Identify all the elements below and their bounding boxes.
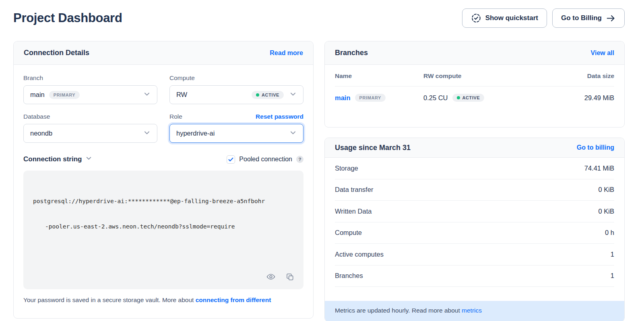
connection-details-body: Branch main PRIMARY bbox=[14, 65, 313, 305]
primary-badge: PRIMARY bbox=[355, 94, 386, 102]
connection-string-label: Connection string bbox=[23, 155, 82, 163]
compute-label: Compute bbox=[169, 74, 195, 82]
role-select-value: hyperdrive-ai bbox=[176, 130, 215, 137]
usage-row-branches: Branches 1 bbox=[335, 265, 614, 287]
active-status-dot bbox=[457, 96, 460, 99]
show-quickstart-label: Show quickstart bbox=[485, 14, 538, 22]
project-dashboard-page: Project Dashboard Show quickstart Go to … bbox=[0, 0, 644, 321]
usage-row-data-transfer: Data transfer 0 KiB bbox=[335, 179, 614, 201]
branches-title: Branches bbox=[335, 49, 368, 57]
right-column: Branches View all Name RW compute Data s… bbox=[324, 41, 625, 321]
branch-compute-cell: 0.25 CU ACTIVE bbox=[423, 94, 584, 102]
database-role-row: Database neondb Role bbox=[23, 113, 303, 143]
metrics-link[interactable]: metrics bbox=[462, 307, 482, 314]
active-badge: ACTIVE bbox=[252, 91, 284, 99]
branches-card: Branches View all Name RW compute Data s… bbox=[324, 41, 625, 128]
page-title: Project Dashboard bbox=[13, 11, 122, 25]
topbar-buttons: Show quickstart Go to Billing bbox=[462, 8, 625, 28]
copy-icon bbox=[285, 272, 295, 283]
password-vault-note: Your password is saved in a secure stora… bbox=[23, 295, 303, 305]
usage-metrics-banner: Metrics are updated hourly. Read more ab… bbox=[325, 301, 624, 321]
left-column: Connection Details Read more Branch main… bbox=[13, 41, 314, 319]
view-all-link[interactable]: View all bbox=[591, 49, 614, 57]
role-field: Role Reset password hyperdrive-ai bbox=[169, 113, 303, 143]
branch-main-link[interactable]: main bbox=[335, 94, 351, 102]
usage-header: Usage since March 31 Go to billing bbox=[325, 138, 624, 158]
pooled-connection-control: Pooled connection ? bbox=[227, 155, 303, 164]
usage-title: Usage since March 31 bbox=[335, 144, 411, 152]
connection-string-value: postgresql://hyperdrive-ai:************@… bbox=[33, 180, 294, 248]
chevron-down-icon bbox=[289, 129, 297, 138]
usage-row-storage: Storage 74.41 MiB bbox=[335, 158, 614, 179]
primary-badge: PRIMARY bbox=[49, 91, 80, 99]
connection-string-row: Connection string Pooled connection ? bbox=[23, 155, 303, 164]
branch-size-cell: 29.49 MiB bbox=[584, 94, 614, 102]
connection-string-toggle[interactable]: Connection string bbox=[23, 155, 92, 164]
read-more-link[interactable]: Read more bbox=[270, 49, 303, 57]
go-to-billing-label: Go to Billing bbox=[561, 14, 602, 22]
role-label: Role bbox=[169, 113, 182, 120]
code-actions bbox=[264, 270, 296, 284]
branches-table-header: Name RW compute Data size bbox=[335, 66, 614, 86]
usage-row-written-data: Written Data 0 KiB bbox=[335, 201, 614, 222]
column-rw-compute: RW compute bbox=[423, 72, 587, 80]
connection-details-card: Connection Details Read more Branch main… bbox=[13, 41, 314, 319]
chevron-down-icon bbox=[143, 91, 151, 99]
content: Connection Details Read more Branch main… bbox=[0, 28, 644, 321]
usage-card: Usage since March 31 Go to billing Stora… bbox=[324, 138, 625, 321]
connection-string-box: postgresql://hyperdrive-ai:************@… bbox=[23, 171, 303, 289]
usage-row-active-computes: Active computes 1 bbox=[335, 244, 614, 265]
show-quickstart-button[interactable]: Show quickstart bbox=[462, 8, 547, 28]
go-to-billing-button[interactable]: Go to Billing bbox=[552, 8, 625, 28]
chevron-down-icon bbox=[85, 155, 92, 164]
branch-field: Branch main PRIMARY bbox=[23, 74, 157, 104]
column-data-size: Data size bbox=[587, 72, 614, 80]
compute-select-value: RW bbox=[176, 91, 187, 99]
connection-string-line1: postgresql://hyperdrive-ai:************@… bbox=[33, 197, 294, 206]
go-to-billing-link[interactable]: Go to billing bbox=[577, 144, 614, 151]
column-name: Name bbox=[335, 72, 423, 80]
database-field: Database neondb bbox=[23, 113, 157, 143]
active-badge: ACTIVE bbox=[452, 94, 485, 102]
usage-row-compute: Compute 0 h bbox=[335, 222, 614, 244]
database-select-value: neondb bbox=[30, 130, 52, 137]
role-select[interactable]: hyperdrive-ai bbox=[169, 124, 303, 143]
active-status-dot bbox=[256, 93, 259, 97]
branch-row: main PRIMARY 0.25 CU ACTIVE 29.49 MiB bbox=[335, 86, 614, 109]
branches-header: Branches View all bbox=[325, 41, 624, 65]
arrow-right-icon bbox=[606, 13, 616, 23]
chevron-down-icon bbox=[289, 91, 297, 99]
branches-body: Name RW compute Data size main PRIMARY 0… bbox=[325, 65, 624, 109]
connection-string-line2: -pooler.us-east-2.aws.neon.tech/neondb?s… bbox=[33, 222, 294, 231]
quickstart-check-circle-icon bbox=[471, 13, 481, 23]
connection-details-header: Connection Details Read more bbox=[14, 41, 313, 65]
database-select[interactable]: neondb bbox=[23, 124, 157, 143]
connection-details-title: Connection Details bbox=[24, 49, 89, 57]
usage-body: Storage 74.41 MiB Data transfer 0 KiB Wr… bbox=[325, 158, 624, 287]
branch-label: Branch bbox=[23, 74, 43, 82]
topbar: Project Dashboard Show quickstart Go to … bbox=[0, 0, 644, 28]
branch-select-value: main bbox=[30, 91, 45, 99]
compute-field: Compute RW ACTIVE bbox=[169, 74, 303, 104]
chevron-down-icon bbox=[143, 129, 151, 138]
branch-compute-row: Branch main PRIMARY bbox=[23, 74, 303, 104]
reset-password-link[interactable]: Reset password bbox=[256, 113, 303, 120]
help-icon[interactable]: ? bbox=[296, 156, 303, 163]
connecting-from-different-link[interactable]: connecting from different bbox=[196, 296, 271, 303]
database-label: Database bbox=[23, 113, 50, 120]
reveal-password-button[interactable] bbox=[264, 270, 277, 284]
branch-select[interactable]: main PRIMARY bbox=[23, 85, 157, 104]
eye-icon bbox=[266, 272, 276, 283]
pooled-connection-label: Pooled connection bbox=[239, 156, 292, 163]
copy-button[interactable] bbox=[284, 271, 296, 284]
compute-select[interactable]: RW ACTIVE bbox=[169, 85, 303, 104]
branch-name-cell: main PRIMARY bbox=[335, 94, 423, 102]
pooled-connection-checkbox[interactable] bbox=[227, 155, 235, 164]
